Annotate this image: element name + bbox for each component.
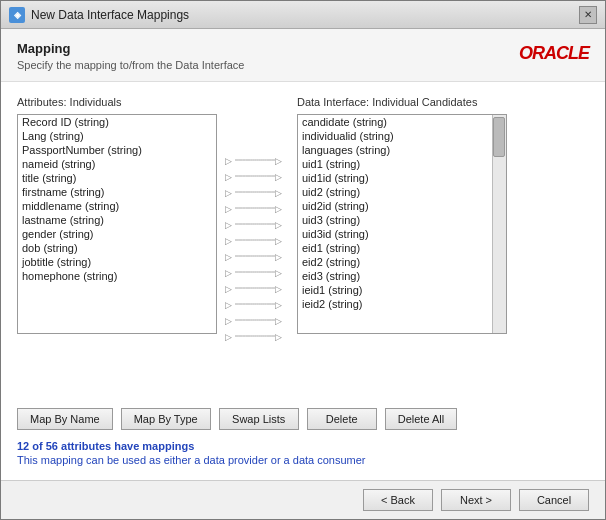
list-item[interactable]: uid2id (string) — [298, 199, 506, 213]
header-text: Mapping Specify the mapping to/from the … — [17, 41, 244, 71]
title-bar: ◈ New Data Interface Mappings ✕ — [1, 1, 605, 29]
mapping-arrows: ▷ ▷ ▷ ▷ ▷ ▷ ▷ ▷ ▷ ▷ ▷ ▷ — [217, 148, 297, 368]
svg-text:▷: ▷ — [225, 268, 232, 278]
list-item[interactable]: gender (string) — [18, 227, 216, 241]
list-item[interactable]: ieid1 (string) — [298, 283, 506, 297]
list-item[interactable]: uid1 (string) — [298, 157, 506, 171]
svg-text:▷: ▷ — [275, 156, 282, 166]
swap-lists-button[interactable]: Swap Lists — [219, 408, 299, 430]
title-bar-left: ◈ New Data Interface Mappings — [9, 7, 189, 23]
svg-text:▷: ▷ — [225, 156, 232, 166]
svg-text:▷: ▷ — [275, 252, 282, 262]
mapping-area: Attributes: Individuals Record ID (strin… — [17, 96, 589, 398]
delete-all-button[interactable]: Delete All — [385, 408, 457, 430]
list-item[interactable]: homephone (string) — [18, 269, 216, 283]
list-item[interactable]: firstname (string) — [18, 185, 216, 199]
svg-text:▷: ▷ — [275, 268, 282, 278]
list-item[interactable]: PassportNumber (string) — [18, 143, 216, 157]
list-item[interactable]: uid2 (string) — [298, 185, 506, 199]
svg-text:▷: ▷ — [225, 204, 232, 214]
svg-text:▷: ▷ — [225, 220, 232, 230]
window-title: New Data Interface Mappings — [31, 8, 189, 22]
right-panel-label: Data Interface: Individual Candidates — [297, 96, 507, 108]
window-icon: ◈ — [9, 7, 25, 23]
list-item[interactable]: middlename (string) — [18, 199, 216, 213]
mapping-note-text: This mapping can be used as either a dat… — [17, 454, 589, 466]
left-list-box[interactable]: Record ID (string) Lang (string) Passpor… — [17, 114, 217, 334]
svg-text:▷: ▷ — [275, 300, 282, 310]
info-section: 12 of 56 attributes have mappings This m… — [17, 440, 589, 466]
svg-text:▷: ▷ — [275, 220, 282, 230]
list-item[interactable]: languages (string) — [298, 143, 506, 157]
right-panel: Data Interface: Individual Candidates ca… — [297, 96, 507, 398]
back-button[interactable]: < Back — [363, 489, 433, 511]
svg-text:▷: ▷ — [275, 188, 282, 198]
svg-text:▷: ▷ — [225, 316, 232, 326]
svg-text:▷: ▷ — [275, 204, 282, 214]
mapping-count-text: 12 of 56 attributes have mappings — [17, 440, 589, 452]
map-by-name-button[interactable]: Map By Name — [17, 408, 113, 430]
list-item[interactable]: ieid2 (string) — [298, 297, 506, 311]
list-item[interactable]: jobtitle (string) — [18, 255, 216, 269]
list-item[interactable]: uid1id (string) — [298, 171, 506, 185]
delete-button[interactable]: Delete — [307, 408, 377, 430]
header-section: Mapping Specify the mapping to/from the … — [1, 29, 605, 82]
svg-text:▷: ▷ — [225, 332, 232, 342]
svg-text:▷: ▷ — [225, 300, 232, 310]
action-buttons-row: Map By Name Map By Type Swap Lists Delet… — [17, 408, 589, 430]
scrollbar-track[interactable] — [492, 115, 506, 333]
cancel-button[interactable]: Cancel — [519, 489, 589, 511]
list-item[interactable]: nameid (string) — [18, 157, 216, 171]
oracle-logo: ORACLE — [519, 43, 589, 64]
svg-text:▷: ▷ — [275, 332, 282, 342]
content-area: Attributes: Individuals Record ID (strin… — [1, 82, 605, 480]
list-item[interactable]: uid3 (string) — [298, 213, 506, 227]
list-item[interactable]: eid2 (string) — [298, 255, 506, 269]
list-item[interactable]: candidate (string) — [298, 115, 506, 129]
list-item[interactable]: eid3 (string) — [298, 269, 506, 283]
list-item[interactable]: eid1 (string) — [298, 241, 506, 255]
list-item[interactable]: uid3id (string) — [298, 227, 506, 241]
left-panel: Attributes: Individuals Record ID (strin… — [17, 96, 217, 398]
main-window: ◈ New Data Interface Mappings ✕ Mapping … — [0, 0, 606, 520]
svg-text:▷: ▷ — [275, 284, 282, 294]
scrollbar-thumb[interactable] — [493, 117, 505, 157]
svg-text:▷: ▷ — [225, 236, 232, 246]
svg-text:▷: ▷ — [275, 316, 282, 326]
map-by-type-button[interactable]: Map By Type — [121, 408, 211, 430]
list-item[interactable]: Lang (string) — [18, 129, 216, 143]
svg-text:▷: ▷ — [275, 172, 282, 182]
arrows-section: ▷ ▷ ▷ ▷ ▷ ▷ ▷ ▷ ▷ ▷ ▷ ▷ — [217, 96, 297, 398]
svg-text:▷: ▷ — [275, 236, 282, 246]
left-panel-label: Attributes: Individuals — [17, 96, 217, 108]
header-subtitle: Specify the mapping to/from the Data Int… — [17, 59, 244, 71]
list-item[interactable]: lastname (string) — [18, 213, 216, 227]
svg-text:▷: ▷ — [225, 284, 232, 294]
svg-text:▷: ▷ — [225, 252, 232, 262]
svg-text:▷: ▷ — [225, 188, 232, 198]
next-button[interactable]: Next > — [441, 489, 511, 511]
list-item[interactable]: title (string) — [18, 171, 216, 185]
footer: < Back Next > Cancel — [1, 480, 605, 519]
list-item[interactable]: Record ID (string) — [18, 115, 216, 129]
right-list-box[interactable]: candidate (string) individualid (string)… — [297, 114, 507, 334]
header-title: Mapping — [17, 41, 244, 56]
list-item[interactable]: dob (string) — [18, 241, 216, 255]
list-item[interactable]: individualid (string) — [298, 129, 506, 143]
close-button[interactable]: ✕ — [579, 6, 597, 24]
svg-text:▷: ▷ — [225, 172, 232, 182]
